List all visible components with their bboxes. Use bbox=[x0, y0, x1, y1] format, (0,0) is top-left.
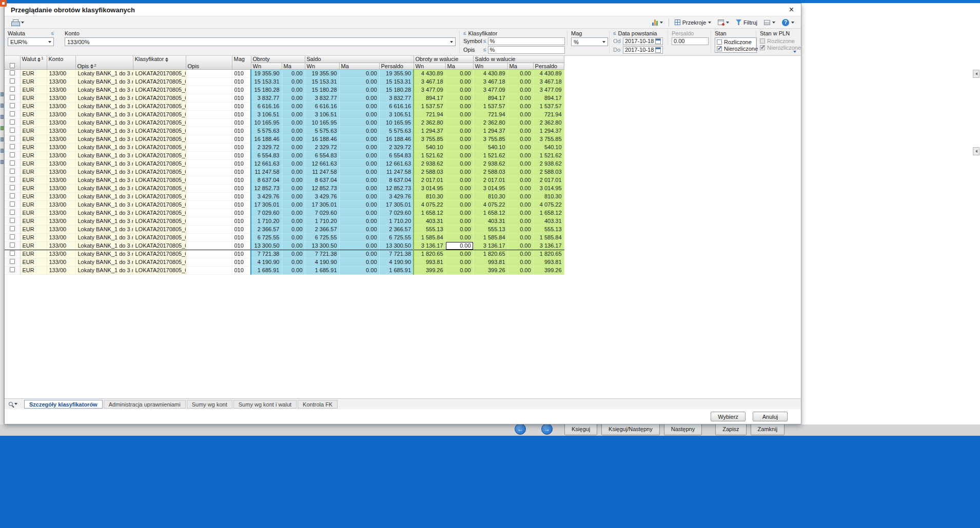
background-button-0[interactable]: Księguj bbox=[564, 424, 597, 435]
col-header-persaldo[interactable]: Persaldo bbox=[379, 63, 414, 69]
cell-walut[interactable]: EUR bbox=[20, 159, 47, 168]
klasyfikator-operator-icon[interactable]: ≤ bbox=[463, 31, 466, 36]
cell-walut[interactable]: EUR bbox=[20, 143, 47, 151]
mag-select[interactable]: % bbox=[571, 37, 608, 46]
cell-persaldo[interactable]: 12 852.73 bbox=[379, 184, 414, 192]
cell-obroty-ma[interactable]: 0.00 bbox=[282, 168, 305, 176]
cell-klasyfikator[interactable]: LOKATA20170805_014 bbox=[133, 176, 186, 184]
cell-saldo-wal-wn[interactable]: 894.17 bbox=[473, 94, 507, 102]
cell-konto[interactable]: 133/00 bbox=[47, 200, 75, 209]
col-header-persaldo-wal[interactable]: Persaldo bbox=[533, 63, 564, 69]
cell-saldo-ma[interactable]: 0.00 bbox=[339, 217, 379, 225]
cell-obroty-ma[interactable]: 0.00 bbox=[282, 110, 305, 118]
row-checkbox[interactable] bbox=[10, 201, 15, 207]
nav-next-button[interactable]: → bbox=[541, 424, 553, 435]
cell-saldo-ma[interactable]: 0.00 bbox=[339, 250, 379, 258]
col-header-klasyfikator[interactable]: Klasyfikator bbox=[133, 56, 186, 69]
cell-persaldo[interactable]: 6 554.83 bbox=[379, 151, 414, 159]
cell-persaldo[interactable]: 19 355.90 bbox=[379, 69, 414, 77]
row-checkbox[interactable] bbox=[10, 234, 15, 239]
cell-saldo-wn[interactable]: 3 429.76 bbox=[305, 192, 339, 200]
cell-saldo-ma[interactable]: 0.00 bbox=[339, 159, 379, 168]
cell-persaldo[interactable]: 3 832.77 bbox=[379, 94, 414, 102]
cell-opis2[interactable] bbox=[186, 266, 232, 274]
cell-persaldo[interactable]: 13 300.50 bbox=[379, 241, 414, 250]
background-toolbar-icon[interactable] bbox=[1, 104, 4, 108]
cell-saldo-wn[interactable]: 15 153.31 bbox=[305, 77, 339, 86]
cell-obroty-wal-ma[interactable]: 0.00 bbox=[445, 168, 473, 176]
row-checkbox[interactable] bbox=[10, 169, 15, 174]
cell-persaldo[interactable]: 17 305.01 bbox=[379, 200, 414, 209]
cell-klasyfikator[interactable]: LOKATA20170805_002 bbox=[133, 77, 186, 86]
cell-opis[interactable]: Lokaty BANK_1 do 3 m-c bbox=[75, 209, 133, 217]
cell-select[interactable] bbox=[5, 241, 20, 250]
cell-saldo-wn[interactable]: 1 685.91 bbox=[305, 266, 339, 274]
cell-obroty-wn[interactable]: 2 329.72 bbox=[251, 143, 282, 151]
cell-walut[interactable]: EUR bbox=[20, 127, 47, 135]
cell-obroty-wal-ma[interactable]: 0.00 bbox=[445, 94, 473, 102]
cell-konto[interactable]: 133/00 bbox=[47, 86, 75, 94]
cell-konto[interactable]: 133/00 bbox=[47, 192, 75, 200]
cell-klasyfikator[interactable]: LOKATA20170805_007 bbox=[133, 118, 186, 127]
cell-klasyfikator[interactable]: LOKATA20170805_004 bbox=[133, 94, 186, 102]
cell-obroty-wn[interactable]: 10 165.95 bbox=[251, 118, 282, 127]
cell-opis[interactable]: Lokaty BANK_1 do 3 m-c bbox=[75, 258, 133, 266]
cell-opis2[interactable] bbox=[186, 102, 232, 110]
cell-konto[interactable]: 133/00 bbox=[47, 209, 75, 217]
cell-opis2[interactable] bbox=[186, 69, 232, 77]
cell-obroty-ma[interactable]: 0.00 bbox=[282, 118, 305, 127]
col-header-saldo-wal-wn[interactable]: Wn bbox=[473, 63, 507, 69]
cell-obroty-wn[interactable]: 12 852.73 bbox=[251, 184, 282, 192]
cell-opis[interactable]: Lokaty BANK_1 do 3 m-c bbox=[75, 217, 133, 225]
cell-saldo-wn[interactable]: 17 305.01 bbox=[305, 200, 339, 209]
cell-persaldo-wal[interactable]: 1 585.84 bbox=[533, 233, 564, 241]
cell-saldo-wal-ma[interactable]: 0.00 bbox=[507, 69, 533, 77]
tab-1[interactable]: Administracja uprawnieniami bbox=[104, 400, 186, 409]
cell-saldo-wn[interactable]: 2 329.72 bbox=[305, 143, 339, 151]
cell-konto[interactable]: 133/00 bbox=[47, 250, 75, 258]
cell-saldo-ma[interactable]: 0.00 bbox=[339, 94, 379, 102]
cell-saldo-wn[interactable]: 2 366.57 bbox=[305, 225, 339, 233]
cell-saldo-wn[interactable]: 6 725.55 bbox=[305, 233, 339, 241]
cell-konto[interactable]: 133/00 bbox=[47, 266, 75, 274]
cell-mag[interactable]: 010 bbox=[232, 86, 251, 94]
row-checkbox[interactable] bbox=[10, 144, 15, 149]
cell-walut[interactable]: EUR bbox=[20, 176, 47, 184]
od-date-input[interactable]: 2017-10-18 bbox=[623, 37, 663, 45]
row-checkbox[interactable] bbox=[10, 218, 15, 223]
cell-select[interactable] bbox=[5, 176, 20, 184]
cell-opis[interactable]: Lokaty BANK_1 do 3 m-c bbox=[75, 176, 133, 184]
cell-select[interactable] bbox=[5, 102, 20, 110]
cell-persaldo-wal[interactable]: 1 658.12 bbox=[533, 209, 564, 217]
cell-obroty-ma[interactable]: 0.00 bbox=[282, 127, 305, 135]
calendar-icon[interactable] bbox=[655, 47, 661, 53]
cell-obroty-wal-ma[interactable]: 0.00 bbox=[445, 258, 473, 266]
cell-saldo-wal-ma[interactable]: 0.00 bbox=[507, 110, 533, 118]
cell-obroty-wn[interactable]: 2 366.57 bbox=[251, 225, 282, 233]
cell-walut[interactable]: EUR bbox=[20, 184, 47, 192]
cell-persaldo[interactable]: 4 190.90 bbox=[379, 258, 414, 266]
cell-obroty-wal-ma[interactable]: 0.00 bbox=[445, 143, 473, 151]
cell-persaldo[interactable]: 6 616.16 bbox=[379, 102, 414, 110]
col-header-obroty-wal-ma[interactable]: Ma bbox=[445, 63, 473, 69]
col-header-mag[interactable]: Mag bbox=[232, 56, 251, 69]
cell-obroty-wal-wn[interactable]: 1 820.65 bbox=[414, 250, 445, 258]
cell-konto[interactable]: 133/00 bbox=[47, 135, 75, 143]
cell-opis2[interactable] bbox=[186, 127, 232, 135]
cell-opis[interactable]: Lokaty BANK_1 do 3 m-c bbox=[75, 94, 133, 102]
row-checkbox[interactable] bbox=[10, 152, 15, 157]
cell-opis[interactable]: Lokaty BANK_1 do 3 m-c bbox=[75, 159, 133, 168]
close-button[interactable]: × bbox=[787, 6, 796, 14]
cell-saldo-wn[interactable]: 12 661.63 bbox=[305, 159, 339, 168]
cell-obroty-wal-wn[interactable]: 2 362.80 bbox=[414, 118, 445, 127]
cell-saldo-ma[interactable]: 0.00 bbox=[339, 266, 379, 274]
cell-opis[interactable]: Lokaty BANK_1 do 3 m-c bbox=[75, 250, 133, 258]
cell-mag[interactable]: 010 bbox=[232, 233, 251, 241]
cell-walut[interactable]: EUR bbox=[20, 168, 47, 176]
row-checkbox[interactable] bbox=[10, 185, 15, 190]
cell-opis2[interactable] bbox=[186, 143, 232, 151]
row-checkbox[interactable] bbox=[10, 226, 15, 231]
cell-saldo-wal-wn[interactable]: 3 136.17 bbox=[473, 241, 507, 250]
cell-obroty-ma[interactable]: 0.00 bbox=[282, 217, 305, 225]
cell-obroty-wal-wn[interactable]: 2 588.03 bbox=[414, 168, 445, 176]
